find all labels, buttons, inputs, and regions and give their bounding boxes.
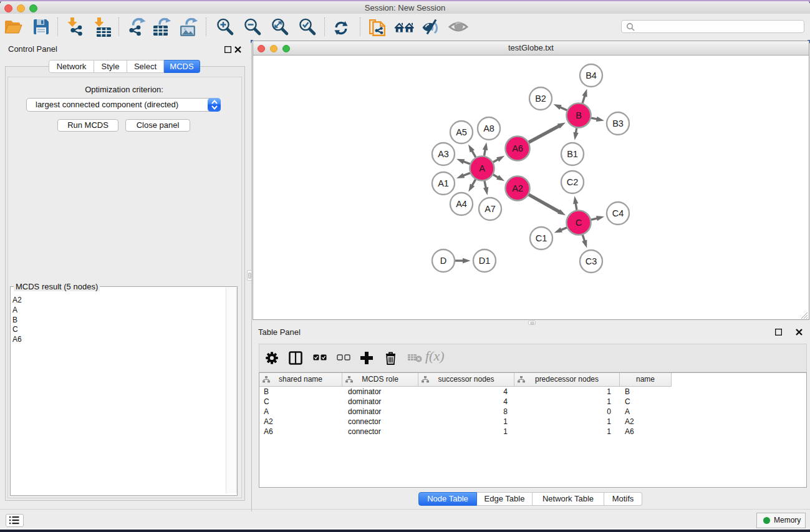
- svg-text:D1: D1: [479, 256, 491, 266]
- svg-text:A2: A2: [512, 183, 523, 193]
- svg-text:A1: A1: [438, 178, 449, 188]
- svg-text:A3: A3: [438, 149, 449, 159]
- svg-text:C2: C2: [567, 177, 579, 187]
- svg-text:B3: B3: [612, 118, 624, 128]
- svg-text:C1: C1: [536, 233, 547, 243]
- svg-text:C3: C3: [586, 256, 597, 266]
- svg-text:B1: B1: [567, 149, 578, 159]
- svg-text:A6: A6: [512, 143, 523, 153]
- svg-text:B: B: [576, 110, 582, 120]
- svg-text:A7: A7: [485, 204, 496, 214]
- svg-text:B4: B4: [586, 70, 597, 80]
- svg-text:A: A: [479, 163, 485, 173]
- svg-text:A4: A4: [456, 199, 467, 209]
- svg-text:C4: C4: [612, 208, 624, 218]
- svg-text:C: C: [576, 218, 582, 228]
- svg-text:B2: B2: [535, 94, 546, 104]
- svg-text:A8: A8: [483, 123, 494, 133]
- svg-text:D: D: [440, 256, 446, 266]
- svg-text:A5: A5: [456, 127, 467, 137]
